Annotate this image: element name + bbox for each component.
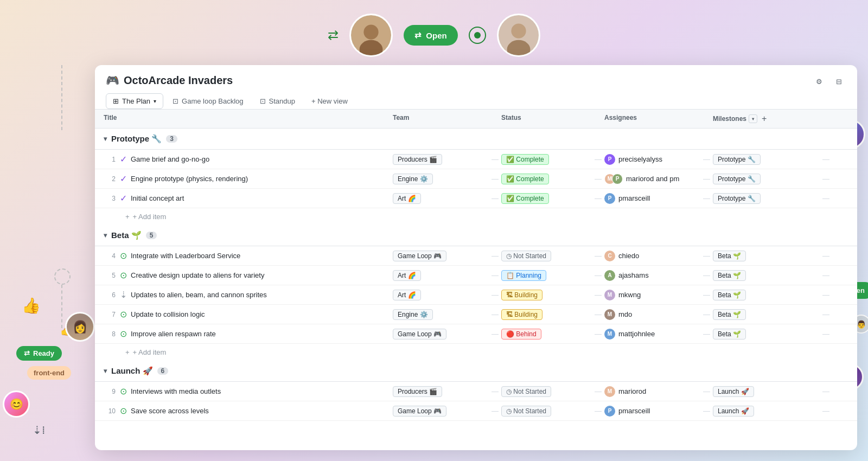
group-beta-header[interactable]: ▾ Beta 🌱 5 — [95, 225, 857, 246]
sep-8a: — — [490, 330, 501, 338]
row-team-4[interactable]: Game Loop 🎮 — [393, 251, 490, 261]
assignee-avatar-9: M — [604, 386, 615, 397]
row-team-8[interactable]: Game Loop 🎮 — [393, 329, 490, 340]
row-milestone-7[interactable]: Beta 🌱 — [713, 309, 821, 320]
row-team-1[interactable]: Producers 🎬 — [393, 154, 490, 165]
layout-button[interactable]: ⊟ — [831, 74, 846, 89]
table-header: Title Team Status Assignees Milestones ▾… — [95, 110, 857, 129]
tab-standup[interactable]: ⊡ Standup — [253, 93, 302, 109]
team-tag-8[interactable]: Game Loop 🎮 — [393, 329, 446, 340]
dashed-line-top — [61, 65, 62, 130]
row-team-9[interactable]: Producers 🎬 — [393, 386, 490, 397]
team-tag-5[interactable]: Art 🌈 — [393, 270, 421, 281]
row-assignees-6[interactable]: M mkwng — [604, 290, 702, 300]
status-badge-9[interactable]: ◷ Not Started — [501, 386, 551, 397]
add-column-button[interactable]: + — [760, 114, 769, 124]
row-assignees-7[interactable]: M mdo — [604, 309, 702, 320]
row-title-8: Improve alien respawn rate — [131, 326, 393, 341]
team-tag-3[interactable]: Art 🌈 — [393, 193, 421, 204]
milestone-badge-3[interactable]: Prototype 🔧 — [713, 193, 761, 204]
group-launch-header[interactable]: ▾ Launch 🚀 6 — [95, 361, 857, 382]
row-assignees-4[interactable]: C chiedo — [604, 251, 702, 261]
add-item-beta[interactable]: + + Add item — [95, 344, 857, 361]
row-assignees-10[interactable]: P pmarsceill — [604, 406, 702, 417]
status-badge-1[interactable]: ✅ Complete — [501, 154, 549, 165]
status-badge-5[interactable]: 📋 Planning — [501, 270, 546, 281]
milestone-badge-9[interactable]: Launch 🚀 — [713, 386, 754, 397]
row-milestone-2[interactable]: Prototype 🔧 — [713, 174, 821, 184]
top-avatar-2 — [497, 14, 540, 57]
milestone-badge-6[interactable]: Beta 🌱 — [713, 290, 746, 300]
row-status-2[interactable]: ✅ Complete — [501, 174, 593, 184]
row-assignees-2[interactable]: M P mariorod and pm — [604, 174, 702, 184]
col-assignees-label: Assignees — [604, 114, 637, 121]
row-assignees-5[interactable]: A ajashams — [604, 270, 702, 281]
milestone-badge-8[interactable]: Beta 🌱 — [713, 329, 746, 340]
row-status-1[interactable]: ✅ Complete — [501, 154, 593, 165]
team-tag-7[interactable]: Engine ⚙️ — [393, 309, 433, 320]
open-button-top[interactable]: ⇄ Open — [404, 25, 457, 46]
assignee-avatar-4: C — [604, 251, 615, 261]
assignee-avatar-10: P — [604, 406, 615, 417]
main-panel: 🎮 OctoArcade Invaders ⊞ The Plan ▾ ⊡ Gam… — [95, 65, 857, 450]
row-status-8[interactable]: 🔴 Behind — [501, 329, 593, 340]
row-milestone-10[interactable]: Launch 🚀 — [713, 406, 821, 417]
status-badge-6[interactable]: 🏗 Building — [501, 290, 542, 300]
milestone-badge-7[interactable]: Beta 🌱 — [713, 309, 746, 320]
team-tag-2[interactable]: Engine ⚙️ — [393, 174, 433, 184]
add-item-prototype[interactable]: + + Add item — [95, 208, 857, 225]
row-status-7[interactable]: 🏗 Building — [501, 309, 593, 320]
row-milestone-8[interactable]: Beta 🌱 — [713, 329, 821, 340]
row-team-7[interactable]: Engine ⚙️ — [393, 309, 490, 320]
row-status-5[interactable]: 📋 Planning — [501, 270, 593, 281]
status-badge-7[interactable]: 🏗 Building — [501, 309, 542, 320]
row-num-4: 4 — [104, 252, 120, 260]
team-tag-10[interactable]: Game Loop 🎮 — [393, 406, 446, 417]
row-assignees-8[interactable]: M mattjohnlee — [604, 329, 702, 340]
row-milestone-6[interactable]: Beta 🌱 — [713, 290, 821, 300]
row-status-9[interactable]: ◷ Not Started — [501, 386, 593, 397]
project-title: 🎮 OctoArcade Invaders — [106, 74, 846, 87]
team-tag-4[interactable]: Game Loop 🎮 — [393, 251, 446, 261]
milestone-badge-2[interactable]: Prototype 🔧 — [713, 174, 761, 184]
row-status-6[interactable]: 🏗 Building — [501, 290, 593, 300]
team-tag-6[interactable]: Art 🌈 — [393, 290, 421, 300]
row-status-10[interactable]: ◷ Not Started — [501, 406, 593, 417]
row-assignees-1[interactable]: P preciselyalyss — [604, 154, 702, 165]
milestone-badge-5[interactable]: Beta 🌱 — [713, 270, 746, 281]
row-assignees-3[interactable]: P pmarsceill — [604, 193, 702, 204]
milestone-badge-1[interactable]: Prototype 🔧 — [713, 154, 761, 165]
row-milestone-4[interactable]: Beta 🌱 — [713, 251, 821, 261]
row-milestone-3[interactable]: Prototype 🔧 — [713, 193, 821, 204]
table-row: 6 ⇣ Updates to alien, beam, and cannon s… — [95, 285, 857, 305]
settings-button[interactable]: ⚙ — [812, 74, 827, 89]
row-team-10[interactable]: Game Loop 🎮 — [393, 406, 490, 417]
ready-badge: ⇄ Ready — [16, 346, 62, 361]
status-badge-8[interactable]: 🔴 Behind — [501, 329, 541, 340]
team-tag-1[interactable]: Producers 🎬 — [393, 154, 442, 165]
row-milestone-1[interactable]: Prototype 🔧 — [713, 154, 821, 165]
status-badge-4[interactable]: ◷ Not Started — [501, 251, 551, 261]
team-tag-9[interactable]: Producers 🎬 — [393, 386, 442, 397]
row-assignees-9[interactable]: M mariorod — [604, 386, 702, 397]
row-milestone-5[interactable]: Beta 🌱 — [713, 270, 821, 281]
sep-7d: — — [821, 310, 832, 318]
tab-game-loop-backlog[interactable]: ⊡ Game loop Backlog — [165, 93, 250, 109]
col-status-label: Status — [501, 114, 521, 121]
status-badge-2[interactable]: ✅ Complete — [501, 174, 549, 184]
status-badge-10[interactable]: ◷ Not Started — [501, 406, 551, 417]
row-team-2[interactable]: Engine ⚙️ — [393, 174, 490, 184]
row-team-5[interactable]: Art 🌈 — [393, 270, 490, 281]
col-milestones-label: Milestones — [713, 115, 746, 123]
tab-the-plan[interactable]: ⊞ The Plan ▾ — [106, 93, 163, 109]
row-status-3[interactable]: ✅ Complete — [501, 193, 593, 204]
group-prototype-header[interactable]: ▾ Prototype 🔧 3 — [95, 129, 857, 150]
row-team-6[interactable]: Art 🌈 — [393, 290, 490, 300]
tab-new-view[interactable]: + New view — [304, 93, 355, 109]
milestone-badge-4[interactable]: Beta 🌱 — [713, 251, 746, 261]
row-status-4[interactable]: ◷ Not Started — [501, 251, 593, 261]
row-team-3[interactable]: Art 🌈 — [393, 193, 490, 204]
milestone-badge-10[interactable]: Launch 🚀 — [713, 406, 754, 417]
status-badge-3[interactable]: ✅ Complete — [501, 193, 549, 204]
row-milestone-9[interactable]: Launch 🚀 — [713, 386, 821, 397]
